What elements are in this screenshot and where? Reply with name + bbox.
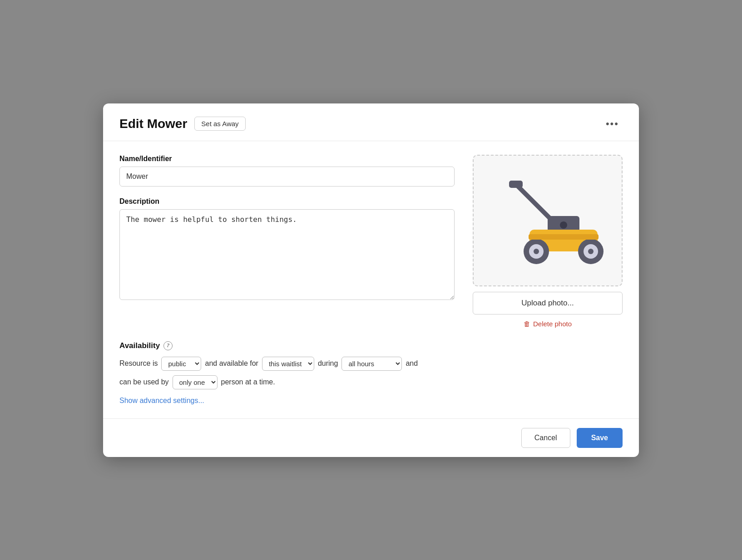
delete-photo-link[interactable]: 🗑 Delete photo	[524, 320, 572, 328]
text-person-at-a-time: person at a time.	[221, 378, 275, 386]
text-during: during	[318, 359, 338, 368]
availability-section: Availability ? Resource is public privat…	[103, 341, 639, 418]
more-options-button[interactable]: •••	[602, 116, 623, 132]
text-and: and	[406, 359, 418, 368]
image-section: Upload photo... 🗑 Delete photo	[473, 155, 623, 328]
photo-box	[473, 155, 623, 286]
text-resource-is: Resource is	[119, 359, 158, 368]
upload-photo-button[interactable]: Upload photo...	[473, 292, 623, 314]
description-field-group: Description The mower is helpful to shor…	[119, 197, 455, 302]
mower-illustration	[489, 171, 607, 270]
svg-rect-1	[509, 181, 523, 188]
set-as-away-button[interactable]: Set as Away	[194, 117, 245, 131]
svg-point-7	[534, 249, 539, 254]
availability-row-1: Resource is public private and available…	[119, 357, 623, 371]
svg-rect-11	[529, 234, 599, 240]
modal-title: Edit Mower	[119, 117, 187, 131]
text-and-available-for: and available for	[205, 359, 258, 368]
svg-point-10	[588, 249, 594, 254]
delete-photo-label: Delete photo	[533, 320, 572, 328]
text-can-be-used-by: can be used by	[119, 378, 169, 386]
header-left: Edit Mower Set as Away	[119, 117, 246, 131]
show-advanced-settings-link[interactable]: Show advanced settings...	[119, 397, 204, 405]
modal-header: Edit Mower Set as Away •••	[103, 103, 639, 141]
svg-point-3	[560, 221, 567, 229]
availability-row-2: can be used by only one multiple person …	[119, 375, 623, 389]
name-field-group: Name/Identifier	[119, 155, 455, 187]
save-button[interactable]: Save	[577, 428, 623, 448]
hours-select[interactable]: all hours custom hours	[341, 357, 402, 371]
usage-select[interactable]: only one multiple	[173, 375, 218, 389]
cancel-button[interactable]: Cancel	[521, 428, 570, 448]
form-section: Name/Identifier Description The mower is…	[119, 155, 455, 328]
visibility-select[interactable]: public private	[161, 357, 201, 371]
availability-title: Availability ?	[119, 341, 623, 350]
trash-icon: 🗑	[524, 320, 530, 328]
waitlist-select[interactable]: this waitlist all waitlists	[262, 357, 314, 371]
name-label: Name/Identifier	[119, 155, 455, 163]
description-label: Description	[119, 197, 455, 206]
description-input[interactable]: The mower is helpful to shorten things.	[119, 209, 455, 300]
modal-footer: Cancel Save	[103, 418, 639, 457]
availability-help-icon[interactable]: ?	[163, 341, 173, 350]
name-input[interactable]	[119, 167, 455, 187]
modal-body: Name/Identifier Description The mower is…	[103, 141, 639, 341]
